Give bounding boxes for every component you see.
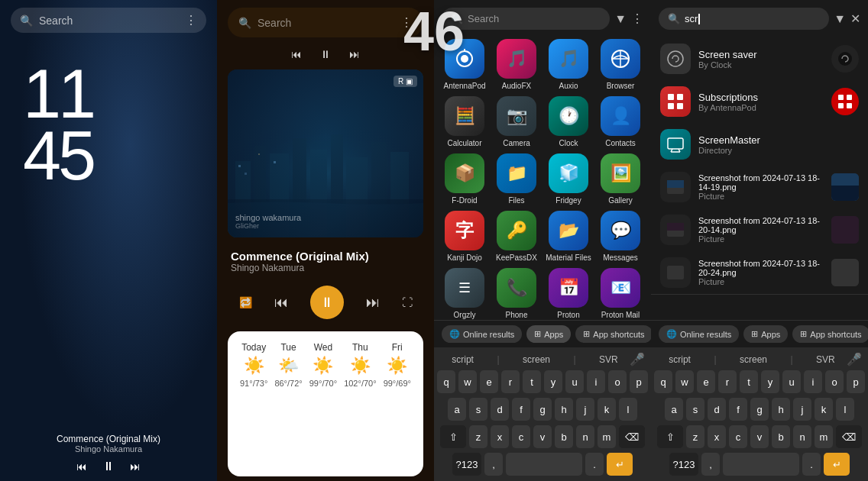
key-m-p4[interactable]: m	[815, 425, 833, 448]
key-a-p4[interactable]: a	[665, 398, 683, 421]
key-l[interactable]: l	[619, 398, 637, 421]
app-phone[interactable]: 📞 Phone	[494, 268, 539, 320]
key-k-p4[interactable]: k	[815, 398, 833, 421]
key-t[interactable]: t	[523, 370, 541, 393]
key-s[interactable]: s	[469, 398, 487, 421]
key-shift-p4[interactable]: ⇧	[657, 425, 683, 448]
lockscreen-controls[interactable]: ⏮ ⏸ ⏭	[0, 460, 217, 473]
key-j[interactable]: j	[576, 398, 594, 421]
app-clock[interactable]: 🕐 Clock	[546, 96, 591, 147]
key-z[interactable]: z	[469, 425, 487, 448]
key-x[interactable]: x	[491, 425, 509, 448]
music-main-controls[interactable]: 🔁 ⏮ ⏸ ⏭ ⛶	[217, 278, 434, 327]
key-s-p4[interactable]: s	[686, 398, 704, 421]
close-icon[interactable]: ✕	[850, 11, 860, 26]
suggestion-screen-p4[interactable]: screen	[740, 354, 767, 365]
key-y[interactable]: y	[544, 370, 562, 393]
appdrawer-tabs[interactable]: 🌐 Online results ⊞ Apps ⊞ App shortcuts	[434, 320, 651, 347]
key-enter[interactable]: ↵	[607, 453, 633, 476]
app-browser[interactable]: Browser	[598, 39, 643, 90]
key-shift[interactable]: ⇧	[440, 425, 466, 448]
tab-app-shortcuts[interactable]: ⊞ App shortcuts	[575, 325, 651, 343]
key-a[interactable]: a	[448, 398, 466, 421]
key-p-p4[interactable]: p	[847, 370, 865, 393]
suggestion-script-p4[interactable]: script	[669, 354, 691, 365]
key-g[interactable]: g	[533, 398, 552, 421]
key-x-p4[interactable]: x	[708, 425, 726, 448]
key-b[interactable]: b	[555, 425, 573, 448]
key-e[interactable]: e	[480, 370, 498, 393]
key-u[interactable]: u	[565, 370, 584, 393]
key-d[interactable]: d	[491, 398, 509, 421]
play-pause-icon[interactable]: ⏸	[320, 48, 331, 60]
app-messages[interactable]: 💬 Messages	[598, 211, 643, 262]
prev-track-icon[interactable]: ⏮	[274, 295, 288, 311]
key-r-p4[interactable]: r	[718, 370, 737, 393]
key-period[interactable]: .	[585, 453, 604, 476]
tab-apps-p4[interactable]: ⊞ Apps	[743, 325, 788, 343]
key-comma-p4[interactable]: ,	[701, 453, 720, 476]
next-icon[interactable]: ⏭	[130, 460, 141, 473]
result-screen-saver[interactable]: Screen saver By Clock	[651, 37, 868, 80]
appdrawer-search-bar[interactable]: 🔍 Search	[442, 8, 610, 30]
key-space-p4[interactable]	[723, 453, 799, 476]
lockscreen-search-bar[interactable]: 🔍 Search ⋮	[11, 8, 206, 33]
result-screenmaster[interactable]: ScreenMaster Directory	[651, 123, 868, 166]
lockscreen-more-icon[interactable]: ⋮	[185, 13, 197, 27]
key-b-p4[interactable]: b	[772, 425, 790, 448]
next-track-icon[interactable]: ⏭	[366, 295, 380, 311]
app-keepassdx[interactable]: 🔑 KeePassDX	[494, 211, 539, 262]
key-p[interactable]: p	[630, 370, 648, 393]
key-backspace-p4[interactable]: ⌫	[836, 425, 862, 448]
key-num-switch-p4[interactable]: ?123	[669, 453, 698, 476]
tab-online-results-p4[interactable]: 🌐 Online results	[659, 325, 739, 343]
app-gallery[interactable]: 🖼️ Gallery	[598, 153, 643, 205]
key-w-p4[interactable]: w	[675, 370, 694, 393]
app-fridgey[interactable]: 🧊 Fridgey	[546, 153, 591, 205]
prev-icon[interactable]: ⏮	[291, 48, 302, 60]
key-h-p4[interactable]: h	[772, 398, 790, 421]
key-n[interactable]: n	[576, 425, 594, 448]
key-h[interactable]: h	[555, 398, 573, 421]
key-i-p4[interactable]: i	[804, 370, 822, 393]
key-v[interactable]: v	[533, 425, 552, 448]
app-files[interactable]: 📁 Files	[494, 153, 539, 205]
mic-icon[interactable]: 🎤	[630, 352, 645, 366]
previous-icon[interactable]: ⏮	[76, 460, 87, 473]
app-kanjidojo[interactable]: 字 Kanji Dojo	[442, 211, 487, 262]
key-u-p4[interactable]: u	[782, 370, 801, 393]
suggestion-svr[interactable]: SVR	[599, 354, 618, 365]
key-g-p4[interactable]: g	[750, 398, 769, 421]
play-button[interactable]: ⏸	[310, 286, 344, 319]
searchresults-search-bar[interactable]: 🔍 scr	[659, 8, 829, 30]
app-materialfiles[interactable]: 📂 Material Files	[546, 211, 591, 262]
result-screenshot-2[interactable]: Screenshot from 2024-07-13 18-20-14.png …	[651, 208, 868, 251]
key-num-switch[interactable]: ?123	[452, 453, 481, 476]
tab-apps[interactable]: ⊞ Apps	[526, 325, 571, 343]
key-f[interactable]: f	[512, 398, 530, 421]
key-o[interactable]: o	[608, 370, 627, 393]
result-screenshot-3[interactable]: Screenshot from 2024-07-13 18-20-24.png …	[651, 251, 868, 295]
app-camera[interactable]: 📷 Camera	[494, 96, 539, 147]
more-icon[interactable]: ⋮	[631, 11, 643, 26]
repeat-icon[interactable]: 🔁	[239, 296, 252, 308]
app-audiofx[interactable]: 🎵 AudioFX	[494, 39, 539, 90]
key-f-p4[interactable]: f	[729, 398, 747, 421]
key-o-p4[interactable]: o	[825, 370, 844, 393]
app-fdroid[interactable]: 📦 F-Droid	[442, 153, 487, 205]
music-search-bar[interactable]: 🔍 Search ⋮	[228, 8, 423, 37]
key-space[interactable]	[506, 453, 582, 476]
key-q[interactable]: q	[437, 370, 455, 393]
key-t-p4[interactable]: t	[740, 370, 758, 393]
key-n-p4[interactable]: n	[793, 425, 811, 448]
key-k[interactable]: k	[598, 398, 616, 421]
key-z-p4[interactable]: z	[686, 425, 704, 448]
app-contacts[interactable]: 👤 Contacts	[598, 96, 643, 147]
app-protoncalendar[interactable]: 📅 Proton Calendar	[546, 268, 591, 320]
app-calculator[interactable]: 🧮 Calculator	[442, 96, 487, 147]
key-v-p4[interactable]: v	[750, 425, 769, 448]
key-m[interactable]: m	[598, 425, 616, 448]
key-c-p4[interactable]: c	[729, 425, 747, 448]
key-c[interactable]: c	[512, 425, 530, 448]
tab-app-shortcuts-p4[interactable]: ⊞ App shortcuts	[792, 325, 868, 343]
